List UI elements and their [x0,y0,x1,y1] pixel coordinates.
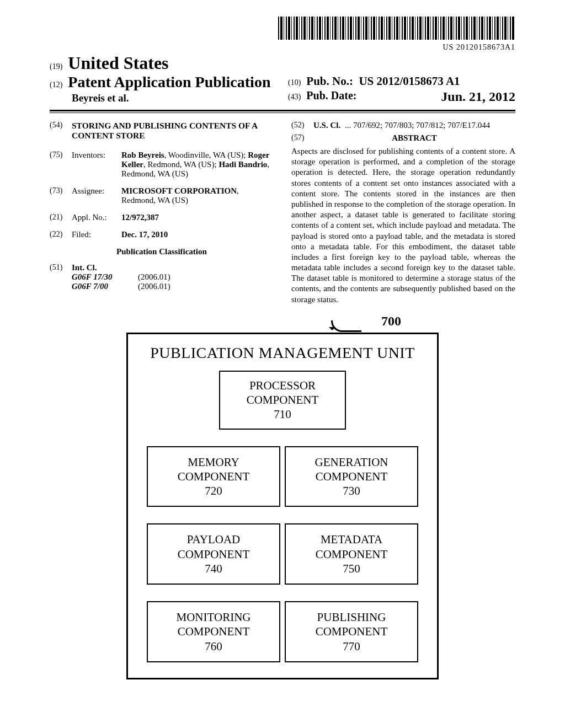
invention-title: STORING AND PUBLISHING CONTENTS OF A CON… [72,121,274,141]
intcl-entry: G06F 17/30 (2006.01) [72,272,274,282]
monitoring-component-box: MONITORING COMPONENT 760 [147,601,280,662]
patent-page: US 20120158673A1 (19) United States (12)… [0,0,565,702]
inventors-row: (75) Inventors: Rob Beyreis, Woodinville… [50,151,274,179]
box-line2: COMPONENT [225,393,340,407]
box-line2: COMPONENT [152,469,275,484]
box-line1: PROCESSOR [225,378,340,393]
publishing-component-box: PUBLISHING COMPONENT 770 [285,601,418,662]
box-line2: COMPONENT [152,547,275,561]
pub-number: US 2012/0158673 A1 [359,74,460,88]
left-column: (54) STORING AND PUBLISHING CONTENTS OF … [50,121,274,305]
pub-number-line: (10) Pub. No.: US 2012/0158673 A1 [288,74,515,88]
body-columns: (54) STORING AND PUBLISHING CONTENTS OF … [50,121,515,305]
box-number: 750 [290,561,413,576]
abstract-label: ABSTRACT [313,133,515,143]
code-12: (12) [50,81,62,89]
box-number: 760 [152,639,275,654]
header-left: (19) United States (12) Patent Applicati… [50,53,277,104]
inventors: Rob Beyreis, Woodinville, WA (US); Roger… [121,151,274,179]
code-73: (73) [50,186,72,205]
barcode-area: US 20120158673A1 [50,17,515,52]
intcl-year: (2006.01) [138,272,170,282]
intcl-year: (2006.01) [138,282,170,291]
code-21: (21) [50,213,72,222]
filed-row: (22) Filed: Dec. 17, 2010 [50,230,274,239]
pubdate-label: Pub. Date: [306,89,356,101]
header: (19) United States (12) Patent Applicati… [50,53,515,108]
intcl-label: Int. Cl. [72,263,97,272]
intcl-row: (51) Int. Cl. [50,263,274,272]
box-line2: COMPONENT [290,547,413,561]
box-line1: METADATA [290,532,413,547]
publication-type: Patent Application Publication [68,73,270,90]
assignee-label: Assignee: [72,186,121,205]
applno-label: Appl. No.: [72,213,121,222]
box-number: 730 [290,484,413,498]
box-line2: COMPONENT [290,469,413,484]
unit-box: PUBLICATION MANAGEMENT UNIT PROCESSOR CO… [126,333,439,679]
figure: 700 PUBLICATION MANAGEMENT UNIT PROCESSO… [126,333,439,679]
appl-number: 12/972,387 [121,213,274,222]
pub-date: Jun. 21, 2012 [441,89,515,104]
assignee: MICROSOFT CORPORATION, Redmond, WA (US) [121,186,274,205]
assignee-row: (73) Assignee: MICROSOFT CORPORATION, Re… [50,186,274,205]
component-row: PAYLOAD COMPONENT 740 METADATA COMPONENT… [147,523,418,585]
box-line2: COMPONENT [152,624,275,639]
intcl-class: G06F 17/30 [72,272,138,282]
box-line1: MEMORY [152,455,275,469]
code-51: (51) [50,263,72,272]
code-10: (10) [288,78,301,87]
memory-component-box: MEMORY COMPONENT 720 [147,446,280,507]
code-19: (19) [50,62,62,71]
abstract-text: Aspects are disclosed for publishing con… [291,146,515,305]
uscl-label: U.S. Cl. [313,121,340,130]
payload-component-box: PAYLOAD COMPONENT 740 [147,523,280,585]
code-75: (75) [50,151,72,179]
intcl-codes: G06F 17/30 (2006.01) G06F 7/00 (2006.01) [72,272,274,291]
generation-component-box: GENERATION COMPONENT 730 [285,446,418,507]
barcode-label: US 20120158673A1 [50,43,515,52]
box-number: 770 [290,639,413,654]
component-row: MONITORING COMPONENT 760 PUBLISHING COMP… [147,601,418,662]
inventors-label: Inventors: [72,151,121,179]
rule-thick [50,110,515,111]
publication-classification-header: Publication Classification [50,247,274,256]
uscl-row: (52) U.S. Cl. ... 707/692; 707/803; 707/… [291,121,515,130]
right-column: (52) U.S. Cl. ... 707/692; 707/803; 707/… [291,121,515,305]
metadata-component-box: METADATA COMPONENT 750 [285,523,418,585]
box-line1: MONITORING [152,610,275,624]
authors: Beyreis et al. [72,92,277,104]
applno-row: (21) Appl. No.: 12/972,387 [50,213,274,222]
figure-area: 700 PUBLICATION MANAGEMENT UNIT PROCESSO… [50,333,515,679]
pub-type-line: (12) Patent Application Publication [50,73,277,91]
component-row: MEMORY COMPONENT 720 GENERATION COMPONEN… [147,446,418,507]
leader-line-icon [331,320,361,332]
intcl-entry: G06F 7/00 (2006.01) [72,282,274,291]
box-line2: COMPONENT [290,624,413,639]
code-52: (52) [291,121,313,130]
box-line1: GENERATION [290,455,413,469]
processor-component-box: PROCESSOR COMPONENT 710 [219,371,346,430]
barcode-icon [278,17,515,40]
uscl-value: ... 707/692; 707/803; 707/812; 707/E17.0… [343,121,490,130]
country-line: (19) United States [50,53,277,73]
intcl-class: G06F 7/00 [72,282,138,291]
box-line1: PUBLISHING [290,610,413,624]
pubno-label: Pub. No.: [306,74,353,88]
figure-ref-number: 700 [381,314,401,329]
box-number: 720 [152,484,275,498]
pub-date-line: (43) Pub. Date: Jun. 21, 2012 [288,89,515,102]
box-line1: PAYLOAD [152,532,275,547]
abstract-header: (57) ABSTRACT [291,133,515,143]
box-number: 740 [152,561,275,576]
country: United States [68,53,168,73]
filed-label: Filed: [72,230,121,239]
title-block: (54) STORING AND PUBLISHING CONTENTS OF … [50,121,274,141]
unit-title: PUBLICATION MANAGEMENT UNIT [147,344,418,362]
rule-thin [50,113,515,113]
box-number: 710 [225,407,340,421]
code-54: (54) [50,121,72,141]
code-43: (43) [288,93,301,101]
header-right: (10) Pub. No.: US 2012/0158673 A1 (43) P… [277,74,515,104]
code-57: (57) [291,133,313,143]
